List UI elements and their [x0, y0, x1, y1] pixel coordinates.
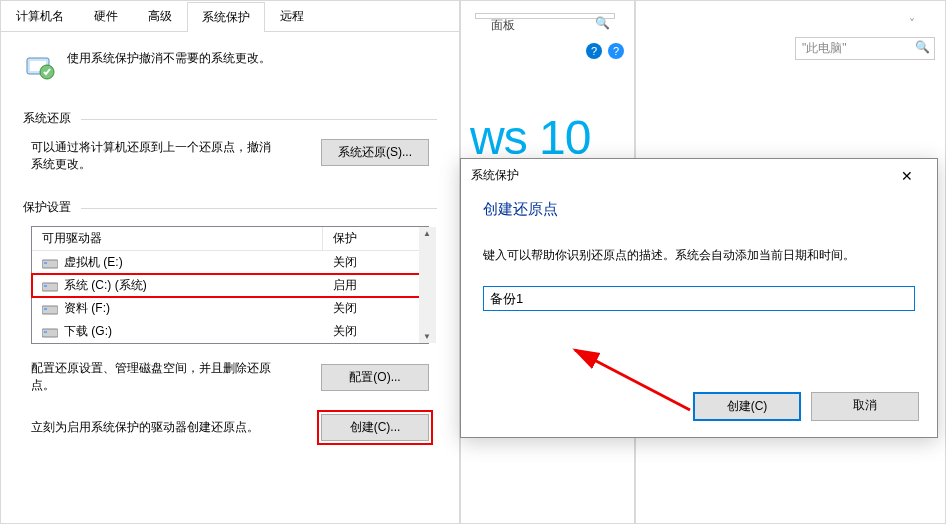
drive-status: 关闭: [323, 251, 428, 275]
modal-title: 系统保护: [471, 167, 519, 184]
drive-status: 关闭: [323, 320, 428, 343]
svg-rect-4: [44, 262, 47, 264]
modal-cancel-button[interactable]: 取消: [811, 392, 919, 421]
restore-point-name-input[interactable]: [483, 286, 915, 311]
search-icon: 🔍: [915, 40, 930, 54]
search-input-explorer[interactable]: "此电脑" 🔍: [795, 37, 935, 60]
col-drive[interactable]: 可用驱动器: [32, 227, 323, 251]
section-restore-title: 系统还原: [23, 110, 437, 127]
drive-table[interactable]: 可用驱动器 保护 虚拟机 (E:)关闭系统 (C:) (系统)启用资料 (F:)…: [31, 226, 429, 344]
search-input-panel[interactable]: 🔍: [475, 13, 615, 19]
search-placeholder: "此电脑": [802, 41, 847, 55]
drive-name: 系统 (C:) (系统): [64, 278, 147, 292]
close-icon[interactable]: ✕: [887, 168, 927, 184]
drive-icon: [42, 257, 58, 269]
drive-icon: [42, 280, 58, 292]
col-status[interactable]: 保护: [323, 227, 428, 251]
panel-label: 面板: [491, 17, 515, 34]
help-icons: ? ?: [586, 43, 624, 59]
svg-rect-8: [44, 308, 47, 310]
tab-advanced[interactable]: 高级: [133, 1, 187, 31]
chevron-down-icon[interactable]: ˅: [909, 17, 915, 31]
svg-rect-6: [44, 285, 47, 287]
create-button[interactable]: 创建(C)...: [321, 414, 429, 441]
table-row[interactable]: 下载 (G:)关闭: [32, 320, 428, 343]
drive-name: 虚拟机 (E:): [64, 255, 123, 269]
tab-hardware[interactable]: 硬件: [79, 1, 133, 31]
drive-icon: [42, 326, 58, 338]
tab-computer-name[interactable]: 计算机名: [1, 1, 79, 31]
create-restore-point-dialog: 系统保护 ✕ 创建还原点 键入可以帮助你识别还原点的描述。系统会自动添加当前日期…: [460, 158, 938, 438]
scrollbar[interactable]: [419, 227, 436, 343]
intro-text: 使用系统保护撤消不需要的系统更改。: [67, 50, 271, 67]
windows10-logo-text: ws 10: [470, 110, 590, 165]
create-desc: 立刻为启用系统保护的驱动器创建还原点。: [31, 419, 259, 436]
system-properties-dialog: 计算机名 硬件 高级 系统保护 远程 使用系统保护撤消不需要的系统更改。 系统还…: [0, 0, 460, 524]
modal-create-button[interactable]: 创建(C): [693, 392, 801, 421]
search-icon: 🔍: [595, 16, 610, 30]
modal-heading: 创建还原点: [483, 200, 915, 219]
table-row[interactable]: 系统 (C:) (系统)启用: [32, 274, 428, 297]
section-restore-desc: 可以通过将计算机还原到上一个还原点，撤消系统更改。: [31, 139, 271, 173]
section-protection-title: 保护设置: [23, 199, 437, 216]
configure-button[interactable]: 配置(O)...: [321, 364, 429, 391]
tab-remote[interactable]: 远程: [265, 1, 319, 31]
help-icon[interactable]: ?: [608, 43, 624, 59]
drive-name: 下载 (G:): [64, 324, 112, 338]
table-row[interactable]: 资料 (F:)关闭: [32, 297, 428, 320]
drive-icon: [42, 303, 58, 315]
modal-desc: 键入可以帮助你识别还原点的描述。系统会自动添加当前日期和时间。: [483, 247, 915, 264]
drive-name: 资料 (F:): [64, 301, 110, 315]
tab-system-protection[interactable]: 系统保护: [187, 2, 265, 32]
drive-status: 启用: [323, 274, 428, 297]
system-protection-icon: [23, 50, 55, 82]
table-row[interactable]: 虚拟机 (E:)关闭: [32, 251, 428, 275]
svg-rect-10: [44, 331, 47, 333]
help-icon[interactable]: ?: [586, 43, 602, 59]
drive-status: 关闭: [323, 297, 428, 320]
system-restore-button[interactable]: 系统还原(S)...: [321, 139, 429, 166]
configure-desc: 配置还原设置、管理磁盘空间，并且删除还原点。: [31, 360, 281, 394]
tabs: 计算机名 硬件 高级 系统保护 远程: [1, 1, 459, 32]
